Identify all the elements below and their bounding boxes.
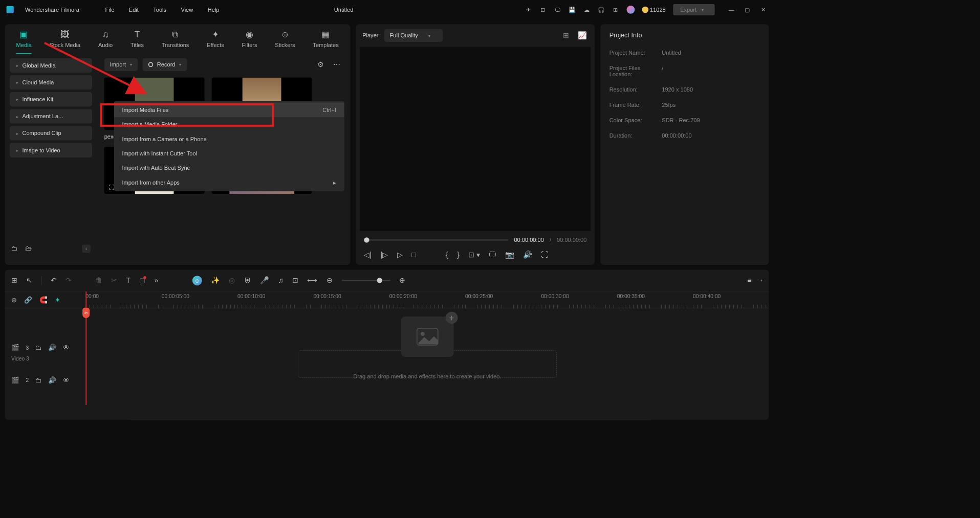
redo-icon[interactable]: ↷ xyxy=(66,276,72,285)
expand-icon[interactable]: ⛶ xyxy=(108,184,114,191)
magnet-icon[interactable]: 🧲 xyxy=(39,296,48,304)
mic-icon[interactable]: 🎤 xyxy=(260,276,269,285)
folder-icon[interactable]: 🗀 xyxy=(35,376,42,384)
sidebar-item-compound-clip[interactable]: ▸Compound Clip xyxy=(10,126,92,140)
monitor-icon[interactable]: 🖵 xyxy=(554,6,561,13)
tab-transitions[interactable]: ⧉Transitions xyxy=(162,30,189,54)
next-frame-icon[interactable]: |▷ xyxy=(380,250,388,259)
more-icon[interactable]: ⋯ xyxy=(331,60,343,69)
enhance-icon[interactable]: ✨ xyxy=(211,276,220,285)
tab-filters[interactable]: ◉Filters xyxy=(242,30,257,54)
menu-file[interactable]: File xyxy=(105,7,115,13)
minimize-icon[interactable]: — xyxy=(728,6,735,13)
menu-tools[interactable]: Tools xyxy=(153,7,166,13)
tab-titles[interactable]: TTitles xyxy=(130,30,144,54)
dropdown-import-auto-beat-sync[interactable]: Import with Auto Beat Sync xyxy=(114,161,344,175)
prev-frame-icon[interactable]: ◁| xyxy=(364,250,372,259)
ratio-icon[interactable]: ⊡ ▾ xyxy=(468,250,480,259)
delete-icon[interactable]: 🗑 xyxy=(95,276,102,285)
track-add-icon[interactable]: ⊕ xyxy=(11,296,16,304)
stop-icon[interactable]: □ xyxy=(411,251,416,259)
grid-icon[interactable]: ⊞ xyxy=(11,276,17,285)
zoom-slider[interactable] xyxy=(342,280,390,281)
sidebar-item-cloud-media[interactable]: ▸Cloud Media xyxy=(10,75,92,89)
volume-icon[interactable]: 🔊 xyxy=(48,376,56,384)
layout-icon[interactable]: ⊞ xyxy=(561,31,571,40)
volume-icon[interactable]: 🔊 xyxy=(523,250,532,259)
folder-icon[interactable]: 🗁 xyxy=(25,245,32,252)
screen-rec-icon[interactable]: ⊡ xyxy=(539,6,547,13)
zoom-out-icon[interactable]: ⊖ xyxy=(326,276,333,285)
record-button[interactable]: Record ▾ xyxy=(142,58,187,71)
marker-icon[interactable]: ✦ xyxy=(55,296,60,304)
close-icon[interactable]: ✕ xyxy=(760,6,767,13)
eye-icon[interactable]: 👁 xyxy=(63,376,70,384)
headset-icon[interactable]: 🎧 xyxy=(597,6,604,13)
mark-in-icon[interactable]: { xyxy=(446,251,448,259)
quality-select[interactable]: Full Quality ▾ xyxy=(384,29,443,42)
more-tools-icon[interactable]: » xyxy=(155,276,159,285)
dropdown-import-media-folder[interactable]: Import a Media Folder xyxy=(114,117,344,131)
dropdown-import-camera-phone[interactable]: Import from a Camera or a Phone xyxy=(114,131,344,146)
ai-icon[interactable]: ☺ xyxy=(192,276,202,285)
sidebar-item-adjustment-layer[interactable]: ▸Adjustment La... xyxy=(10,109,92,123)
send-icon[interactable]: ✈ xyxy=(525,6,532,13)
display-icon[interactable]: 🖵 xyxy=(489,251,496,259)
dropdown-import-instant-cutter[interactable]: Import with Instant Cutter Tool xyxy=(114,146,344,161)
folder-icon[interactable]: 🗀 xyxy=(35,344,42,351)
tab-stickers[interactable]: ☺Stickers xyxy=(275,30,295,54)
export-button[interactable]: Export ▾ xyxy=(673,4,715,15)
new-folder-icon[interactable]: 🗀 xyxy=(11,245,18,252)
target-icon[interactable]: ◎ xyxy=(229,276,235,285)
save-icon[interactable]: 💾 xyxy=(569,6,576,13)
fit-icon[interactable]: ⟷ xyxy=(307,276,318,285)
user-avatar[interactable] xyxy=(626,6,635,14)
timeline-ruler[interactable]: ✂ 00:00 00:00:05:00 00:00:10:00 00:00:15… xyxy=(85,291,769,308)
tab-templates[interactable]: ▦Templates xyxy=(313,30,338,54)
cursor-icon[interactable]: ↖ xyxy=(26,276,32,285)
dropdown-import-other-apps[interactable]: Import from other Apps ▸ xyxy=(114,175,344,190)
sidebar-item-image-to-video[interactable]: ▸Image to Video xyxy=(10,143,92,157)
cut-icon[interactable]: ✂ xyxy=(111,276,117,285)
playhead-handle[interactable]: ✂ xyxy=(82,308,90,319)
tab-media[interactable]: ▣Media xyxy=(16,30,32,54)
music-icon[interactable]: ♬ xyxy=(278,276,284,285)
mark-out-icon[interactable]: } xyxy=(457,251,460,259)
coins-balance[interactable]: 11028 xyxy=(642,7,666,13)
track-settings-icon[interactable]: ≡ xyxy=(747,276,751,285)
dropdown-import-media-files[interactable]: Import Media Files Ctrl+I xyxy=(114,103,344,117)
play-icon[interactable]: ▷ xyxy=(397,250,403,259)
tab-stock-media[interactable]: 🖼Stock Media xyxy=(49,30,80,54)
sidebar-item-influence-kit[interactable]: ▸Influence Kit xyxy=(10,92,92,106)
maximize-icon[interactable]: ▢ xyxy=(744,6,751,13)
sync-icon[interactable]: ⊡ xyxy=(292,276,298,285)
undo-icon[interactable]: ↶ xyxy=(51,276,57,285)
fullscreen-icon[interactable]: ⛶ xyxy=(541,251,548,259)
zoom-in-icon[interactable]: ⊕ xyxy=(399,276,405,285)
import-button[interactable]: Import ▾ xyxy=(104,58,138,71)
seek-handle[interactable] xyxy=(364,237,369,242)
track-header[interactable]: 🎬3 🗀 🔊 👁 xyxy=(5,341,85,355)
tab-audio[interactable]: ♫Audio xyxy=(98,30,113,54)
eye-icon[interactable]: 👁 xyxy=(63,344,70,351)
timeline-tracks[interactable]: + Drag and drop media and effects here t… xyxy=(85,308,769,420)
text-icon[interactable]: T xyxy=(126,276,130,285)
chevron-down-icon[interactable]: ▾ xyxy=(760,278,763,283)
collapse-sidebar-button[interactable]: ‹ xyxy=(82,244,91,253)
filter-icon[interactable]: ⚙ xyxy=(315,60,326,69)
player-viewport[interactable] xyxy=(360,47,591,231)
snapshot-icon[interactable]: 📷 xyxy=(505,250,514,259)
shield-icon[interactable]: ⛨ xyxy=(244,276,251,285)
crop-icon[interactable]: ◻ xyxy=(139,276,145,285)
cloud-icon[interactable]: ☁ xyxy=(583,6,590,13)
zoom-handle[interactable] xyxy=(377,278,382,283)
sidebar-item-global-media[interactable]: ▸Global Media xyxy=(10,58,92,73)
apps-icon[interactable]: ⊞ xyxy=(612,6,619,13)
tab-effects[interactable]: ✦Effects xyxy=(207,30,224,54)
volume-icon[interactable]: 🔊 xyxy=(48,344,56,352)
track-header[interactable]: 🎬2 🗀 🔊 👁 xyxy=(5,373,85,387)
link-icon[interactable]: 🔗 xyxy=(24,296,32,304)
menu-edit[interactable]: Edit xyxy=(129,7,139,13)
graph-icon[interactable]: 📈 xyxy=(576,31,589,40)
seek-bar[interactable] xyxy=(364,239,508,240)
